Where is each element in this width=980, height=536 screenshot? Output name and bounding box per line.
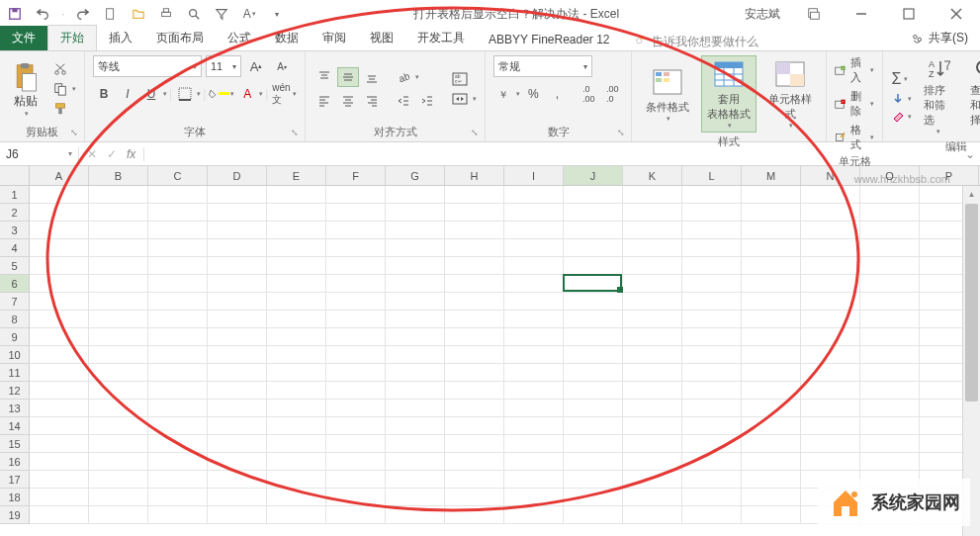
cell-K14[interactable] [623,417,682,435]
cell-A13[interactable] [30,400,89,417]
cell-I13[interactable] [504,400,564,417]
cell-B17[interactable] [89,471,148,489]
qat-new-button[interactable] [100,3,122,25]
cell-N3[interactable] [801,222,860,239]
cell-D4[interactable] [208,239,267,257]
cell-C4[interactable] [148,239,208,257]
cell-L4[interactable] [682,239,742,257]
select-all-corner[interactable] [0,166,30,185]
sort-filter-button[interactable]: AZ 排序和筛选▾ [918,55,958,137]
cell-B18[interactable] [89,489,148,506]
cell-A15[interactable] [30,435,89,453]
cell-O3[interactable] [860,222,920,239]
cell-C9[interactable] [148,328,208,346]
cell-E15[interactable] [267,435,326,453]
cell-L15[interactable] [682,435,742,453]
col-header-C[interactable]: C [148,166,208,185]
cell-E14[interactable] [267,417,326,435]
undo-button[interactable] [32,3,53,25]
align-bottom-button[interactable] [361,67,383,87]
cell-I17[interactable] [504,471,564,489]
cell-C13[interactable] [148,400,208,417]
cell-F4[interactable] [326,239,386,257]
phonetic-button[interactable]: wén文 [270,83,292,105]
decrease-indent-button[interactable] [393,91,414,111]
cell-A3[interactable] [30,222,89,239]
cell-N12[interactable] [801,382,860,400]
cell-L14[interactable] [682,417,742,435]
cell-I1[interactable] [504,186,564,204]
cell-J3[interactable] [564,222,623,239]
row-header-3[interactable]: 3 [0,222,30,239]
cell-D8[interactable] [208,311,267,328]
cell-J7[interactable] [564,293,623,311]
cell-K5[interactable] [623,257,682,275]
col-header-E[interactable]: E [267,166,326,185]
row-header-8[interactable]: 8 [0,311,30,328]
cell-B15[interactable] [89,435,148,453]
name-box[interactable]: J6 ▾ [0,147,79,161]
cell-O1[interactable] [860,186,920,204]
cell-G9[interactable] [386,328,445,346]
scroll-thumb[interactable] [965,204,978,402]
cell-M4[interactable] [742,239,801,257]
cell-A17[interactable] [30,471,89,489]
cell-K17[interactable] [623,471,682,489]
cell-H9[interactable] [445,328,504,346]
cell-J19[interactable] [564,506,623,524]
cell-K16[interactable] [623,453,682,471]
cell-I3[interactable] [504,222,564,239]
copy-button[interactable]: ▾ [53,82,76,96]
cell-A18[interactable] [30,489,89,506]
cell-K1[interactable] [623,186,682,204]
cell-G5[interactable] [386,257,445,275]
cell-L6[interactable] [682,275,742,293]
cell-F5[interactable] [326,257,386,275]
cell-B19[interactable] [89,506,148,524]
row-header-4[interactable]: 4 [0,239,30,257]
tab-abbyy[interactable]: ABBYY FineReader 12 [477,29,622,50]
cell-E2[interactable] [267,204,326,222]
cell-M11[interactable] [742,364,801,382]
format-cells-button[interactable]: 格式▾ [835,123,874,152]
cell-M8[interactable] [742,311,801,328]
cell-O2[interactable] [860,204,920,222]
border-button[interactable] [174,83,196,105]
cell-A16[interactable] [30,453,89,471]
cell-N13[interactable] [801,400,860,417]
cell-G3[interactable] [386,222,445,239]
cell-E5[interactable] [267,257,326,275]
cell-B3[interactable] [89,222,148,239]
cell-F13[interactable] [326,400,386,417]
merge-center-button[interactable]: ▾ [452,92,477,106]
cell-B11[interactable] [89,364,148,382]
cell-J14[interactable] [564,417,623,435]
clipboard-dialog-launcher[interactable]: ⤡ [70,128,82,139]
conditional-format-button[interactable]: 条件格式▾ [640,64,695,125]
cell-M3[interactable] [742,222,801,239]
cell-M19[interactable] [742,506,801,524]
cell-A11[interactable] [30,364,89,382]
cell-K12[interactable] [623,382,682,400]
cell-H8[interactable] [445,311,504,328]
cell-I19[interactable] [504,506,564,524]
cell-E18[interactable] [267,489,326,506]
qat-filter-button[interactable] [211,3,232,25]
cell-H2[interactable] [445,204,504,222]
name-box-dropdown[interactable]: ▾ [68,149,72,158]
cell-G18[interactable] [386,489,445,506]
cell-F16[interactable] [326,453,386,471]
cell-C1[interactable] [148,186,208,204]
cell-F1[interactable] [326,186,386,204]
cell-J13[interactable] [564,400,623,417]
redo-button[interactable] [72,3,94,25]
cell-L1[interactable] [682,186,742,204]
cell-I12[interactable] [504,382,564,400]
cell-M9[interactable] [742,328,801,346]
cell-A6[interactable] [30,275,89,293]
row-header-5[interactable]: 5 [0,257,30,275]
tab-page-layout[interactable]: 页面布局 [144,26,216,50]
cell-I10[interactable] [504,346,564,364]
cell-A8[interactable] [30,311,89,328]
cell-J11[interactable] [564,364,623,382]
